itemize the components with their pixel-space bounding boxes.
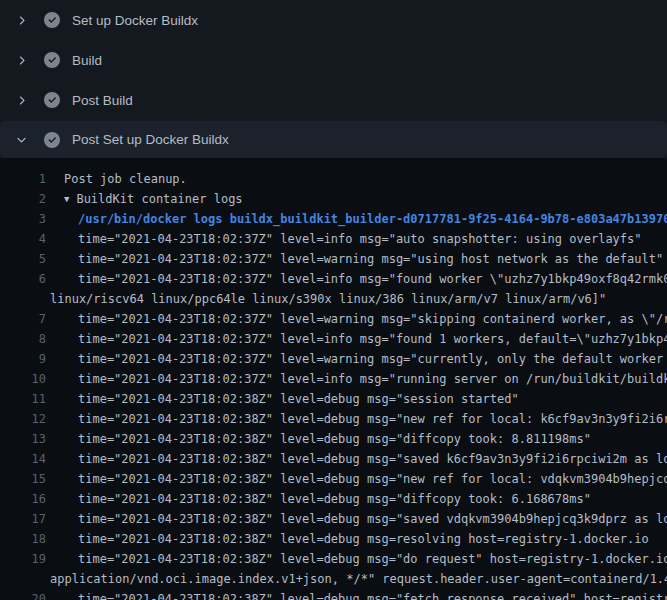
- log-line: 13time="2021-04-23T18:02:38Z" level=debu…: [0, 429, 667, 449]
- log-line-number[interactable]: 12: [0, 409, 46, 429]
- log-line: application/vnd.oci.image.index.v1+json,…: [0, 569, 667, 589]
- job-steps-panel: Set up Docker BuildxBuildPost BuildPost …: [0, 0, 667, 600]
- log-text: time="2021-04-23T18:02:38Z" level=debug …: [46, 549, 667, 569]
- log-text: time="2021-04-23T18:02:37Z" level=warnin…: [46, 309, 667, 329]
- log-text: time="2021-04-23T18:02:38Z" level=debug …: [46, 509, 667, 529]
- log-line-number[interactable]: 20: [0, 589, 46, 600]
- log-line: 3/usr/bin/docker logs buildx_buildkit_bu…: [0, 209, 667, 229]
- log-line: 19time="2021-04-23T18:02:38Z" level=debu…: [0, 549, 667, 569]
- log-command-text: /usr/bin/docker logs buildx_buildkit_bui…: [46, 209, 667, 229]
- log-line-number[interactable]: 6: [0, 269, 46, 289]
- log-line-number[interactable]: 10: [0, 369, 46, 389]
- step-label: Build: [72, 53, 102, 68]
- log-line-number: [0, 289, 46, 309]
- step-label: Set up Docker Buildx: [72, 13, 198, 28]
- log-line-number[interactable]: 17: [0, 509, 46, 529]
- log-line-number[interactable]: 2: [0, 189, 46, 209]
- log-text: time="2021-04-23T18:02:38Z" level=debug …: [46, 449, 667, 469]
- log-line: linux/riscv64 linux/ppc64le linux/s390x …: [0, 289, 667, 309]
- log-text: time="2021-04-23T18:02:38Z" level=debug …: [46, 409, 667, 429]
- chevron-right-icon[interactable]: [13, 92, 29, 108]
- log-line-number[interactable]: 18: [0, 529, 46, 549]
- log-line-number[interactable]: 9: [0, 349, 46, 369]
- log-line: 20time="2021-04-23T18:02:38Z" level=debu…: [0, 589, 667, 600]
- log-line: 10time="2021-04-23T18:02:37Z" level=info…: [0, 369, 667, 389]
- log-line: 9time="2021-04-23T18:02:37Z" level=warni…: [0, 349, 667, 369]
- steps-list: Set up Docker BuildxBuildPost BuildPost …: [0, 0, 667, 158]
- log-line-number[interactable]: 16: [0, 489, 46, 509]
- log-line-number[interactable]: 5: [0, 249, 46, 269]
- check-circle-icon: [44, 52, 60, 68]
- log-text: time="2021-04-23T18:02:37Z" level=info m…: [46, 329, 667, 349]
- log-text: time="2021-04-23T18:02:37Z" level=warnin…: [46, 349, 667, 369]
- step-row-post-build[interactable]: Post Build: [0, 80, 667, 120]
- log-line: 7time="2021-04-23T18:02:37Z" level=warni…: [0, 309, 667, 329]
- log-line: 11time="2021-04-23T18:02:38Z" level=debu…: [0, 389, 667, 409]
- log-line-number[interactable]: 4: [0, 229, 46, 249]
- step-label: Post Set up Docker Buildx: [72, 132, 229, 147]
- log-line: 17time="2021-04-23T18:02:38Z" level=debu…: [0, 509, 667, 529]
- log-text: time="2021-04-23T18:02:37Z" level=info m…: [46, 269, 667, 289]
- log-line-number[interactable]: 3: [0, 209, 46, 229]
- log-line-number: [0, 569, 46, 589]
- log-line-number[interactable]: 8: [0, 329, 46, 349]
- log-line: 18time="2021-04-23T18:02:38Z" level=debu…: [0, 529, 667, 549]
- log-line: 2▼BuildKit container logs: [0, 189, 667, 209]
- step-row-build[interactable]: Build: [0, 40, 667, 80]
- log-line-number[interactable]: 1: [0, 169, 46, 189]
- check-circle-icon: [44, 132, 60, 148]
- log-line-number[interactable]: 19: [0, 549, 46, 569]
- log-text: time="2021-04-23T18:02:38Z" level=debug …: [46, 389, 519, 409]
- log-text: time="2021-04-23T18:02:38Z" level=debug …: [46, 469, 667, 489]
- step-row-set-up-docker-buildx[interactable]: Set up Docker Buildx: [0, 0, 667, 40]
- log-line: 1Post job cleanup.: [0, 169, 667, 189]
- log-line: 4time="2021-04-23T18:02:37Z" level=info …: [0, 229, 667, 249]
- log-line: 14time="2021-04-23T18:02:38Z" level=debu…: [0, 449, 667, 469]
- log-line: 6time="2021-04-23T18:02:37Z" level=info …: [0, 269, 667, 289]
- log-text: ▼BuildKit container logs: [46, 189, 243, 209]
- check-circle-icon: [44, 92, 60, 108]
- log-line-number[interactable]: 15: [0, 469, 46, 489]
- chevron-down-icon[interactable]: [13, 132, 29, 148]
- log-text: linux/riscv64 linux/ppc64le linux/s390x …: [46, 289, 606, 309]
- log-text: time="2021-04-23T18:02:38Z" level=debug …: [46, 529, 649, 549]
- log-line: 8time="2021-04-23T18:02:37Z" level=info …: [0, 329, 667, 349]
- step-label: Post Build: [72, 93, 133, 108]
- log-text: application/vnd.oci.image.index.v1+json,…: [46, 569, 667, 589]
- log-text: time="2021-04-23T18:02:37Z" level=info m…: [46, 369, 667, 389]
- log-text: Post job cleanup.: [46, 169, 187, 189]
- log-text: time="2021-04-23T18:02:37Z" level=warnin…: [46, 249, 663, 269]
- log-line-number[interactable]: 13: [0, 429, 46, 449]
- log-line-number[interactable]: 11: [0, 389, 46, 409]
- chevron-right-icon[interactable]: [13, 12, 29, 28]
- log-text: time="2021-04-23T18:02:37Z" level=info m…: [46, 229, 642, 249]
- log-text: time="2021-04-23T18:02:38Z" level=debug …: [46, 589, 667, 600]
- log-line-number[interactable]: 14: [0, 449, 46, 469]
- log-text: time="2021-04-23T18:02:38Z" level=debug …: [46, 429, 591, 449]
- log-line: 12time="2021-04-23T18:02:38Z" level=debu…: [0, 409, 667, 429]
- chevron-right-icon[interactable]: [13, 52, 29, 68]
- check-circle-icon: [44, 12, 60, 28]
- log-text: time="2021-04-23T18:02:38Z" level=debug …: [46, 489, 591, 509]
- log-area: 1Post job cleanup.2▼BuildKit container l…: [0, 158, 667, 600]
- log-line: 16time="2021-04-23T18:02:38Z" level=debu…: [0, 489, 667, 509]
- step-row-post-set-up-docker-buildx[interactable]: Post Set up Docker Buildx: [0, 121, 667, 158]
- log-line: 15time="2021-04-23T18:02:38Z" level=debu…: [0, 469, 667, 489]
- log-line: 5time="2021-04-23T18:02:37Z" level=warni…: [0, 249, 667, 269]
- log-line-number[interactable]: 7: [0, 309, 46, 329]
- log-group-caret-icon[interactable]: ▼: [64, 194, 69, 204]
